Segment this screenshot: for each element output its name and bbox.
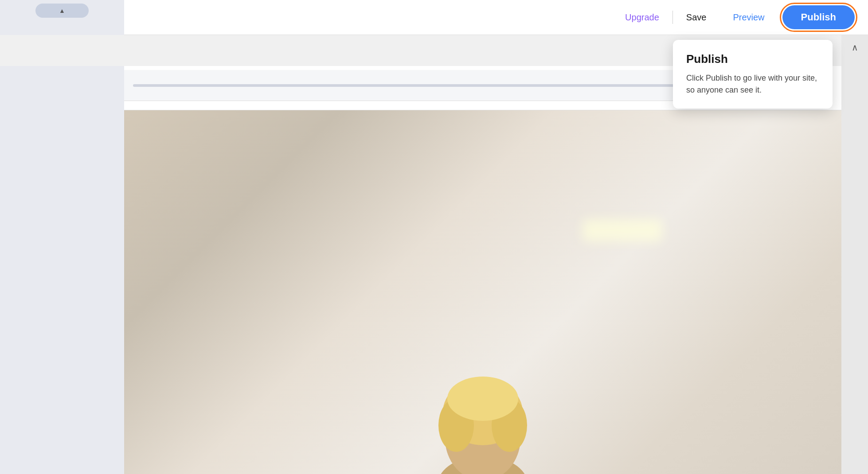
person-silhouette: [421, 377, 545, 474]
hero-image: [124, 110, 841, 474]
upgrade-button[interactable]: Upgrade: [612, 12, 673, 23]
save-button[interactable]: Save: [673, 12, 720, 23]
tooltip-title: Publish: [686, 52, 819, 66]
ceiling-light-effect: [583, 219, 662, 241]
collapse-button[interactable]: ▲: [35, 4, 89, 18]
left-sidebar: [0, 66, 124, 474]
main-toolbar: ▲ Upgrade Save Preview Publish: [0, 0, 868, 35]
tooltip-body: Click Publish to go live with your site,…: [686, 72, 819, 96]
publish-tooltip: Publish Click Publish to go live with yo…: [673, 40, 833, 109]
chevron-up-icon: ▲: [59, 7, 65, 14]
scrollbar-right: ∧: [841, 0, 868, 474]
preview-button[interactable]: Preview: [719, 12, 778, 23]
scroll-up-button[interactable]: ∧: [845, 38, 864, 57]
toolbar-actions: Upgrade Save Preview Publish: [612, 5, 855, 29]
chevron-up-icon: ∧: [852, 42, 858, 53]
sidebar-top-area: ▲: [0, 0, 124, 35]
publish-button[interactable]: Publish: [782, 5, 855, 29]
website-preview: Home Book Online Plans & Pricing Contact…: [124, 66, 841, 474]
toolbar-progress-bar: [133, 84, 726, 87]
svg-point-5: [447, 377, 518, 421]
